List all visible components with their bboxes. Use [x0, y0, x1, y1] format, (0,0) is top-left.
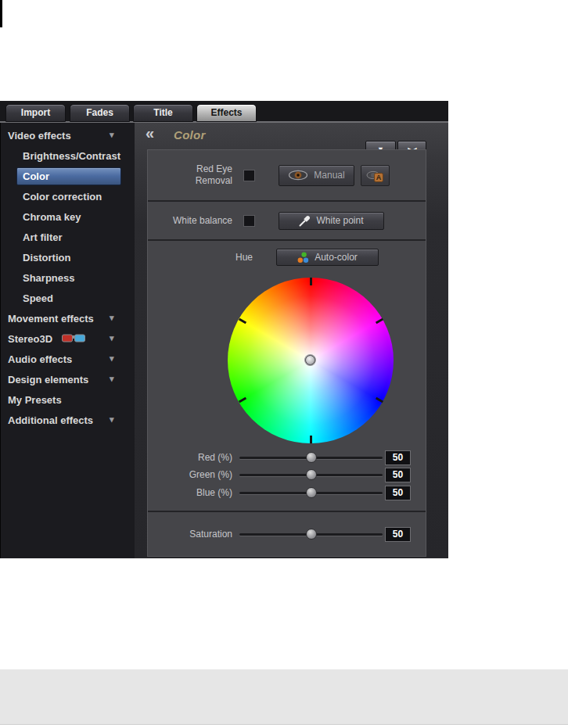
tab-bar: Import Fades Title Effects [0, 101, 448, 123]
slider-thumb[interactable] [306, 452, 317, 463]
sidebar-item-audio-effects[interactable]: Audio effects ▾ [1, 349, 135, 369]
sidebar-item-video-effects[interactable]: Video effects ▾ [1, 125, 135, 145]
red-slider-label: Red (%) [148, 452, 232, 464]
green-value-field[interactable]: 50 [385, 468, 411, 482]
sidebar-item-label: Audio effects [8, 353, 72, 365]
sidebar-item-color-correction[interactable]: Color correction [1, 186, 135, 206]
selected-highlight: Color [16, 167, 121, 185]
sidebar-item-label: Design elements [8, 374, 88, 386]
sidebar-item-label: Stereo3D [8, 333, 52, 345]
chevron-down-icon[interactable]: ▾ [110, 130, 114, 140]
sidebar-item-label: Art filter [23, 231, 63, 243]
auto-color-label: Auto-color [315, 252, 358, 263]
green-slider-row: Green (%) 50 [148, 466, 426, 483]
slider-thumb[interactable] [306, 529, 317, 540]
saturation-slider[interactable] [239, 528, 383, 540]
sidebar-item-label: Additional effects [8, 414, 93, 426]
sidebar-item-art-filter[interactable]: Art filter [1, 227, 135, 247]
wheel-tick [310, 436, 312, 443]
white-balance-checkbox[interactable] [243, 215, 255, 227]
sidebar-item-label: Color [23, 170, 49, 182]
white-point-button[interactable]: White point [279, 212, 384, 230]
hue-section: Hue Auto-color [148, 241, 426, 511]
hue-label: Hue [151, 252, 253, 263]
chevron-down-icon[interactable]: ▾ [110, 414, 114, 425]
red-eye-icon [288, 170, 308, 181]
sidebar-item-color[interactable]: Color [1, 166, 135, 186]
screenshot-page: Import Fades Title Effects Video effects… [0, 0, 568, 728]
chevron-down-icon[interactable]: ▾ [110, 374, 114, 384]
sidebar-item-label: Movement effects [8, 313, 94, 325]
auto-color-button[interactable]: Auto-color [276, 249, 379, 266]
tab-fades[interactable]: Fades [70, 104, 130, 122]
sidebar-item-label: Speed [23, 292, 53, 304]
blue-slider-row: Blue (%) 50 [148, 484, 426, 501]
red-eye-removal-checkbox[interactable] [243, 170, 255, 181]
sidebar-item-design-elements[interactable]: Design elements ▾ [1, 369, 135, 389]
page-title: Color [174, 128, 206, 142]
bottom-gray-bar [0, 669, 568, 725]
auto-red-eye-icon: A [366, 169, 384, 182]
sidebar-item-label: Brightness/Contrast [23, 150, 120, 162]
saturation-section: Saturation 50 [148, 512, 426, 556]
sidebar-item-stereo3d[interactable]: Stereo3D ▾ [1, 328, 135, 349]
blue-slider[interactable] [239, 486, 383, 499]
tab-effects[interactable]: Effects [196, 104, 257, 122]
sidebar-item-movement-effects[interactable]: Movement effects ▾ [1, 308, 135, 328]
sidebar-item-brightness-contrast[interactable]: Brightness/Contrast [1, 145, 135, 166]
saturation-value-field[interactable]: 50 [385, 527, 411, 542]
eyedropper-icon [299, 215, 311, 227]
blue-value-field[interactable]: 50 [385, 486, 411, 500]
color-settings-group: Red Eye Removal [147, 149, 426, 557]
sidebar-item-label: Chroma key [23, 211, 81, 223]
slider-thumb[interactable] [306, 469, 317, 480]
white-balance-section: White balance White point [148, 202, 426, 239]
sidebar-item-additional-effects[interactable]: Additional effects ▾ [1, 410, 135, 430]
red-value-field[interactable]: 50 [385, 450, 411, 465]
sidebar-item-chroma-key[interactable]: Chroma key [1, 206, 135, 227]
sidebar-item-label: My Presets [8, 394, 62, 406]
sidebar-item-label: Color correction [23, 191, 102, 203]
top-left-tick [0, 0, 2, 27]
saturation-label: Saturation [148, 529, 232, 540]
red-eye-removal-label: Red Eye Removal [148, 163, 232, 187]
3d-glasses-icon [62, 334, 85, 343]
sidebar-item-sharpness[interactable]: Sharpness [1, 267, 135, 288]
chevron-down-icon[interactable]: ▾ [110, 313, 114, 323]
manual-button-label: Manual [314, 170, 344, 181]
saturation-slider-row: Saturation 50 [148, 525, 426, 543]
white-balance-label: White balance [148, 215, 232, 227]
sidebar-item-label: Video effects [8, 130, 71, 142]
tab-import[interactable]: Import [5, 104, 66, 122]
wheel-selection-handle[interactable] [305, 355, 315, 365]
effects-sidebar: Video effects ▾ Brightness/Contrast Colo… [0, 123, 135, 558]
green-slider-label: Green (%) [148, 469, 232, 481]
sidebar-item-my-presets[interactable]: My Presets [1, 389, 135, 410]
collapse-panel-icon[interactable]: « [146, 124, 154, 142]
auto-color-dots-icon [297, 252, 309, 264]
sidebar-item-label: Sharpness [23, 272, 74, 284]
chevron-down-icon[interactable]: ▾ [110, 353, 114, 364]
effects-panel: Import Fades Title Effects Video effects… [0, 101, 448, 560]
wheel-tick [310, 278, 312, 285]
tab-title[interactable]: Title [133, 104, 193, 122]
red-slider-row: Red (%) 50 [148, 449, 426, 466]
svg-text:A: A [376, 174, 382, 181]
blue-slider-label: Blue (%) [148, 487, 232, 499]
red-eye-removal-section: Red Eye Removal [148, 150, 426, 200]
color-effect-panel: « Color ▼ ▶◀ Red Eye Removal [135, 123, 448, 558]
red-eye-manual-button[interactable]: Manual [279, 165, 354, 186]
sidebar-item-label: Distortion [23, 252, 70, 264]
panel-body: Video effects ▾ Brightness/Contrast Colo… [0, 123, 448, 558]
chevron-down-icon[interactable]: ▾ [110, 333, 114, 343]
sidebar-item-speed[interactable]: Speed [1, 288, 135, 308]
white-point-label: White point [316, 215, 363, 226]
slider-thumb[interactable] [306, 487, 317, 498]
sidebar-item-distortion[interactable]: Distortion [1, 247, 135, 267]
red-slider[interactable] [239, 451, 383, 464]
green-slider[interactable] [239, 468, 383, 481]
hue-color-wheel[interactable] [228, 278, 394, 443]
red-eye-auto-button[interactable]: A [361, 165, 390, 186]
